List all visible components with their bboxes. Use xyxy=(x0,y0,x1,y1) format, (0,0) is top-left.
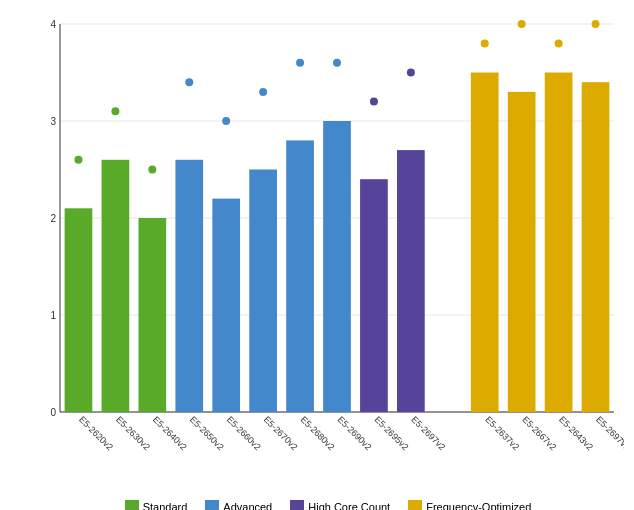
svg-rect-45 xyxy=(508,92,536,412)
svg-text:E5-2640v2: E5-2640v2 xyxy=(151,414,189,452)
svg-text:1: 1 xyxy=(50,310,56,321)
svg-rect-27 xyxy=(249,170,277,413)
svg-text:E5-2680v2: E5-2680v2 xyxy=(299,414,337,452)
legend-label: Standard xyxy=(143,501,188,510)
svg-text:E5-2643v2: E5-2643v2 xyxy=(557,414,595,452)
chart-container: 01234E5-2620v2E5-2630v2E5-2640v2E5-2650v… xyxy=(0,0,634,510)
svg-point-52 xyxy=(592,20,600,28)
svg-text:E5-2660v2: E5-2660v2 xyxy=(225,414,263,452)
svg-point-40 xyxy=(407,69,415,77)
svg-point-19 xyxy=(148,166,156,174)
svg-text:E5-2697v2: E5-2697v2 xyxy=(409,414,447,452)
svg-rect-48 xyxy=(545,73,573,413)
svg-rect-18 xyxy=(138,218,166,412)
svg-point-13 xyxy=(74,156,82,164)
plot-area: 01234E5-2620v2E5-2630v2E5-2640v2E5-2650v… xyxy=(22,12,624,494)
legend-color-box xyxy=(408,500,422,510)
legend: StandardAdvancedHigh Core CountFrequency… xyxy=(22,494,634,510)
y-axis-label xyxy=(0,12,22,510)
svg-text:E5-2630v2: E5-2630v2 xyxy=(114,414,152,452)
svg-rect-24 xyxy=(212,199,240,412)
svg-rect-15 xyxy=(102,160,130,412)
svg-text:E5-2620v2: E5-2620v2 xyxy=(77,414,115,452)
svg-text:3: 3 xyxy=(50,116,56,127)
svg-rect-12 xyxy=(65,208,93,412)
svg-point-25 xyxy=(222,117,230,125)
svg-rect-39 xyxy=(397,150,425,412)
svg-point-22 xyxy=(185,78,193,86)
svg-text:E5-2695v2: E5-2695v2 xyxy=(373,414,411,452)
svg-point-34 xyxy=(333,59,341,67)
legend-label: Frequency-Optimized xyxy=(426,501,531,510)
svg-rect-51 xyxy=(582,82,610,412)
svg-text:E5-2670v2: E5-2670v2 xyxy=(262,414,300,452)
svg-point-31 xyxy=(296,59,304,67)
svg-rect-21 xyxy=(175,160,203,412)
svg-point-49 xyxy=(555,39,563,47)
svg-text:E5-2637v2: E5-2637v2 xyxy=(483,414,521,452)
svg-point-37 xyxy=(370,98,378,106)
svg-point-46 xyxy=(518,20,526,28)
legend-label: High Core Count xyxy=(308,501,390,510)
svg-text:0: 0 xyxy=(50,407,56,418)
svg-text:2: 2 xyxy=(50,213,56,224)
svg-text:4: 4 xyxy=(50,19,56,30)
legend-item: Frequency-Optimized xyxy=(408,500,531,510)
svg-point-16 xyxy=(111,107,119,115)
svg-text:E5-2667v2: E5-2667v2 xyxy=(520,414,558,452)
legend-item: High Core Count xyxy=(290,500,390,510)
svg-text:E5-2690v2: E5-2690v2 xyxy=(336,414,374,452)
svg-rect-42 xyxy=(471,73,499,413)
svg-text:E5-2650v2: E5-2650v2 xyxy=(188,414,226,452)
legend-color-box xyxy=(125,500,139,510)
chart-inner: 01234E5-2620v2E5-2630v2E5-2640v2E5-2650v… xyxy=(22,12,634,510)
chart-body: 01234E5-2620v2E5-2630v2E5-2640v2E5-2650v… xyxy=(0,12,634,510)
legend-item: Standard xyxy=(125,500,188,510)
legend-label: Advanced xyxy=(223,501,272,510)
svg-point-28 xyxy=(259,88,267,96)
svg-rect-36 xyxy=(360,179,388,412)
legend-color-box xyxy=(290,500,304,510)
svg-point-43 xyxy=(481,39,489,47)
legend-item: Advanced xyxy=(205,500,272,510)
svg-text:E5-2697Wv2: E5-2697Wv2 xyxy=(594,414,624,458)
svg-rect-33 xyxy=(323,121,351,412)
chart-svg: 01234E5-2620v2E5-2630v2E5-2640v2E5-2650v… xyxy=(22,12,624,494)
svg-rect-30 xyxy=(286,140,314,412)
legend-color-box xyxy=(205,500,219,510)
